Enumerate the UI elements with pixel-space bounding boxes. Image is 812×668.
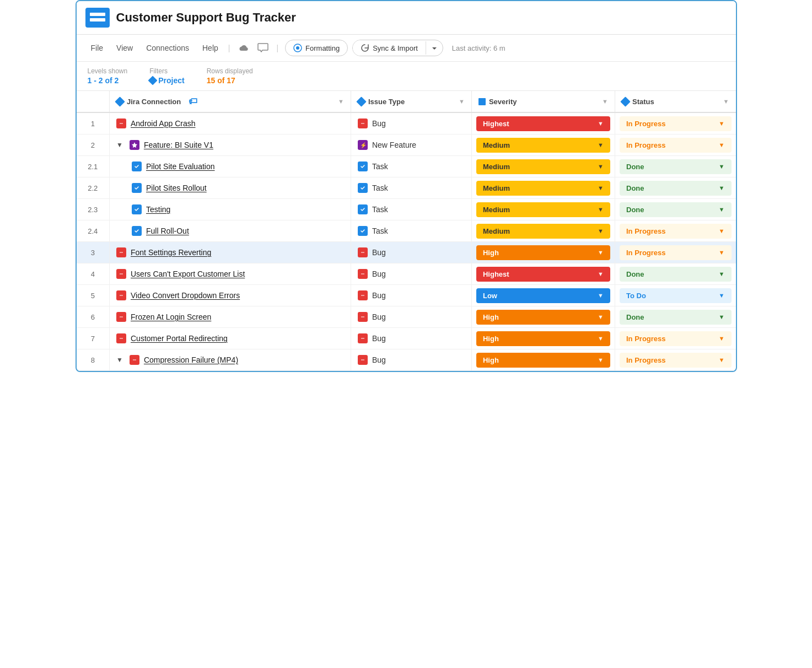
rows-value: 15 of 17 xyxy=(207,76,253,85)
filters-value[interactable]: Project xyxy=(149,76,184,85)
status-badge[interactable]: To Do▼ xyxy=(620,288,732,303)
issue-name-link[interactable]: Compression Failure (MP4) xyxy=(144,355,238,364)
menu-view[interactable]: View xyxy=(111,41,138,55)
issue-name-link[interactable]: Video Convert Dropdown Errors xyxy=(131,291,240,300)
severity-badge[interactable]: Medium▼ xyxy=(476,138,610,153)
expand-arrow-icon[interactable]: ▼ xyxy=(116,141,123,149)
type-label: Task xyxy=(372,205,388,214)
status-badge[interactable]: Done▼ xyxy=(620,159,732,174)
severity-badge[interactable]: High▼ xyxy=(476,353,610,368)
type-feature-icon: ⚡ xyxy=(358,140,368,150)
expand-arrow-icon[interactable]: ▼ xyxy=(116,356,123,364)
issue-name-link[interactable]: Customer Portal Redirecting xyxy=(131,334,228,343)
filters-group: Filters Project xyxy=(149,67,184,85)
type-task-icon xyxy=(358,183,368,193)
status-badge[interactable]: In Progress▼ xyxy=(620,353,732,368)
severity-badge[interactable]: Highest▼ xyxy=(476,267,610,282)
severity-badge[interactable]: Medium▼ xyxy=(476,181,610,196)
status-badge[interactable]: In Progress▼ xyxy=(620,245,732,260)
severity-sort-icon[interactable]: ▼ xyxy=(602,98,608,105)
type-label: Task xyxy=(372,227,388,235)
row-number: 2.2 xyxy=(77,177,110,199)
table-row: 3Font Settings RevertingBugHigh▼In Progr… xyxy=(77,242,736,263)
th-jira[interactable]: Jira Connection 🏷 ▼ xyxy=(110,91,351,112)
status-dropdown-icon: ▼ xyxy=(719,314,725,320)
menu-connections[interactable]: Connections xyxy=(141,41,195,55)
severity-badge[interactable]: Highest▼ xyxy=(476,116,610,131)
bug-icon xyxy=(116,247,126,257)
row-number: 2.3 xyxy=(77,199,110,220)
row-number: 4 xyxy=(77,263,110,285)
th-severity[interactable]: Severity ▼ xyxy=(471,91,615,112)
status-badge[interactable]: Done▼ xyxy=(620,310,732,325)
issue-name-link[interactable]: Font Settings Reverting xyxy=(131,248,211,257)
separator-1: | xyxy=(228,44,230,52)
status-badge[interactable]: In Progress▼ xyxy=(620,116,732,131)
rows-label: Rows displayed xyxy=(207,67,253,75)
cloud-icon-btn[interactable] xyxy=(234,39,252,57)
th-status[interactable]: Status ▼ xyxy=(615,91,736,112)
svg-rect-38 xyxy=(133,360,136,360)
row-jira-cell: Pilot Sites Rollout xyxy=(110,177,351,199)
menu-file[interactable]: File xyxy=(85,41,109,55)
issue-name-link[interactable]: Users Can't Export Customer List xyxy=(131,270,245,278)
table-row: 6Frozen At Login ScreenBugHigh▼Done▼ xyxy=(77,306,736,328)
status-label: Done xyxy=(626,206,644,214)
status-badge[interactable]: Done▼ xyxy=(620,267,732,282)
status-badge[interactable]: In Progress▼ xyxy=(620,224,732,239)
status-label: In Progress xyxy=(626,120,666,128)
issue-name-link[interactable]: Pilot Site Evaluation xyxy=(146,162,215,171)
status-badge[interactable]: Done▼ xyxy=(620,181,732,196)
menu-bar: File View Connections Help | | Formattin… xyxy=(77,35,736,62)
severity-badge[interactable]: Medium▼ xyxy=(476,224,610,239)
severity-dropdown-icon: ▼ xyxy=(598,120,604,127)
severity-badge[interactable]: Medium▼ xyxy=(476,159,610,174)
status-sort-icon[interactable]: ▼ xyxy=(723,98,729,105)
row-severity-cell: High▼ xyxy=(471,306,615,328)
status-label: In Progress xyxy=(626,356,666,364)
type-label: Bug xyxy=(372,291,386,300)
status-label: Done xyxy=(626,270,644,278)
row-severity-cell: High▼ xyxy=(471,242,615,263)
severity-dropdown-icon: ▼ xyxy=(598,357,604,363)
sync-import-dropdown[interactable] xyxy=(426,40,443,56)
svg-rect-34 xyxy=(120,338,123,339)
severity-label: Low xyxy=(483,292,497,300)
row-number: 2 xyxy=(77,134,110,156)
row-type-cell: Bug xyxy=(351,285,471,306)
comment-icon-btn[interactable] xyxy=(254,39,272,57)
severity-badge[interactable]: High▼ xyxy=(476,310,610,325)
type-label: Task xyxy=(372,184,388,192)
formatting-button[interactable]: Formatting xyxy=(285,40,348,56)
status-badge[interactable]: In Progress▼ xyxy=(620,138,732,153)
severity-badge[interactable]: High▼ xyxy=(476,331,610,346)
issue-name-link[interactable]: Testing xyxy=(146,205,170,214)
row-number: 2.4 xyxy=(77,220,110,242)
issue-name-link[interactable]: Feature: BI Suite V1 xyxy=(144,141,213,149)
type-label: Bug xyxy=(372,248,386,257)
status-badge[interactable]: In Progress▼ xyxy=(620,331,732,346)
issue-name-link[interactable]: Frozen At Login Screen xyxy=(131,313,211,321)
type-bug-icon xyxy=(358,118,368,128)
severity-badge[interactable]: High▼ xyxy=(476,245,610,260)
severity-badge[interactable]: Low▼ xyxy=(476,288,610,303)
severity-badge[interactable]: Medium▼ xyxy=(476,202,610,217)
row-type-cell: Task xyxy=(351,156,471,177)
issue-name-link[interactable]: Full Roll-Out xyxy=(146,227,189,235)
issue-name-link[interactable]: Pilot Sites Rollout xyxy=(146,184,207,192)
status-dropdown-icon: ▼ xyxy=(719,249,725,256)
svg-rect-18 xyxy=(120,252,123,253)
jira-sort-icon[interactable]: ▼ xyxy=(338,98,344,105)
row-severity-cell: Low▼ xyxy=(471,285,615,306)
sync-import-button[interactable]: Sync & Import xyxy=(353,40,426,56)
status-badge[interactable]: Done▼ xyxy=(620,202,732,217)
app-container: Customer Support Bug Tracker File View C… xyxy=(76,0,737,372)
issues-table: Jira Connection 🏷 ▼ Issue Type ▼ xyxy=(77,91,736,371)
row-number: 3 xyxy=(77,242,110,263)
issue-name-link[interactable]: Android App Crash xyxy=(131,119,196,128)
info-bar: Levels shown 1 - 2 of 2 Filters Project … xyxy=(77,62,736,91)
menu-help[interactable]: Help xyxy=(197,41,224,55)
type-sort-icon[interactable]: ▼ xyxy=(459,98,465,105)
th-type[interactable]: Issue Type ▼ xyxy=(351,91,471,112)
table-header-row: Jira Connection 🏷 ▼ Issue Type ▼ xyxy=(77,91,736,112)
